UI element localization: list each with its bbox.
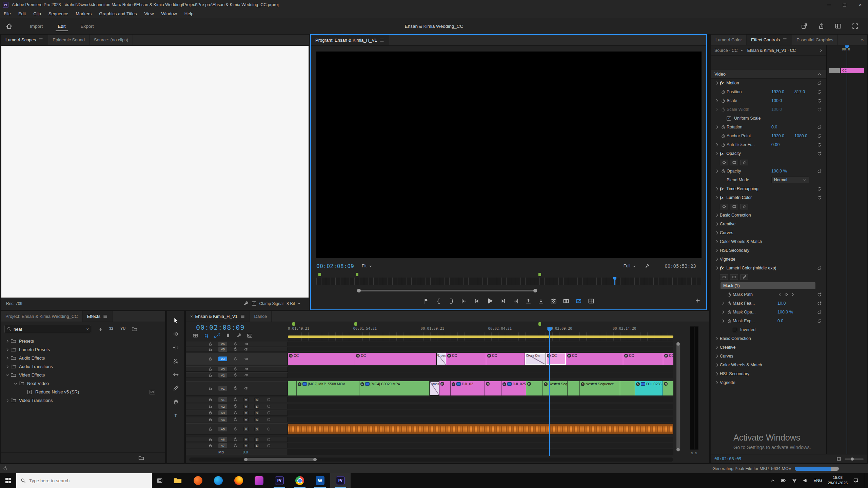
- param-value[interactable]: 1920.0: [771, 89, 794, 94]
- close-button[interactable]: ×: [852, 0, 868, 9]
- stopwatch-icon[interactable]: [720, 134, 727, 139]
- track-header-v4[interactable]: V4: [186, 353, 288, 365]
- reset-effect-icon[interactable]: [817, 266, 822, 271]
- mark-in-button[interactable]: [436, 298, 442, 304]
- uniform-scale-checkbox[interactable]: [727, 116, 731, 121]
- track-lock-icon[interactable]: [208, 367, 213, 371]
- mark-out-button[interactable]: [448, 298, 455, 304]
- track-lock-icon[interactable]: [208, 398, 213, 402]
- task-view-button[interactable]: [152, 473, 167, 488]
- track-target-v5[interactable]: V5: [218, 347, 227, 352]
- program-playhead[interactable]: [614, 278, 615, 285]
- toggle-track-output-icon[interactable]: [244, 347, 249, 351]
- tab-lumetri-scopes[interactable]: Lumetri Scopes: [1, 35, 48, 45]
- create-ellipse-mask-button[interactable]: [720, 274, 728, 280]
- param-value[interactable]: 817.0: [794, 89, 817, 94]
- sync-lock-icon[interactable]: [233, 347, 238, 351]
- sequence-tab-dance[interactable]: Dance: [250, 311, 272, 322]
- speaker-icon[interactable]: [803, 478, 808, 483]
- razor-tool[interactable]: [173, 358, 179, 364]
- minimize-button[interactable]: [821, 0, 837, 9]
- sync-lock-icon[interactable]: [233, 386, 238, 391]
- effect-row-position[interactable]: Position1920.0817.0: [711, 87, 827, 96]
- expand-icon[interactable]: [714, 107, 720, 112]
- sequence-tab-ehsan-kimia-h-v1[interactable]: ×Ehsan & Kimia_H_V1: [186, 311, 250, 322]
- toggle-track-output-icon[interactable]: [244, 373, 249, 378]
- taskbar-chrome[interactable]: [290, 473, 310, 488]
- track-lock-icon[interactable]: [208, 418, 213, 422]
- mute-button[interactable]: M: [243, 404, 249, 409]
- reset-param-icon[interactable]: [817, 142, 822, 147]
- panel-menu-icon[interactable]: [240, 314, 245, 319]
- zoom-handle-right[interactable]: [533, 289, 537, 292]
- reset-param-icon[interactable]: [817, 107, 822, 112]
- expand-icon[interactable]: [4, 347, 11, 352]
- stopwatch-icon[interactable]: [726, 319, 733, 324]
- clear-search-icon[interactable]: ×: [86, 327, 89, 332]
- track-target-v4[interactable]: V4: [218, 357, 227, 361]
- keyframe-zoom-slider[interactable]: [845, 459, 864, 460]
- track-lock-icon[interactable]: [208, 373, 213, 378]
- timeline-clip[interactable]: fx: [439, 381, 451, 395]
- notifications-icon[interactable]: [853, 478, 859, 483]
- expand-icon[interactable]: [4, 364, 11, 369]
- reset-effect-icon[interactable]: [817, 151, 822, 156]
- expand-icon[interactable]: [714, 336, 720, 341]
- expand-icon[interactable]: [13, 381, 19, 386]
- reset-effect-icon[interactable]: [817, 186, 822, 191]
- expand-icon[interactable]: [714, 195, 720, 200]
- mute-button[interactable]: M: [243, 398, 249, 402]
- effect-row-scale[interactable]: Scale100.0: [711, 96, 827, 105]
- captions-button[interactable]: [247, 333, 253, 339]
- track-lock-icon[interactable]: [208, 386, 213, 391]
- track-header-a2[interactable]: A2MS: [186, 404, 288, 409]
- timeline-clip[interactable]: fxCC: [623, 353, 663, 365]
- track-target-a2[interactable]: A2: [218, 404, 227, 409]
- effect-row-motion[interactable]: fxMotion: [711, 79, 827, 87]
- taskbar-search-input[interactable]: [29, 478, 148, 483]
- search-input[interactable]: [14, 327, 84, 332]
- expand-icon[interactable]: [4, 339, 11, 344]
- sync-lock-icon[interactable]: [233, 373, 238, 378]
- tab-source-no-clips[interactable]: Source: (no clips): [90, 35, 133, 45]
- create-rect-mask-button[interactable]: [730, 274, 738, 280]
- expand-icon[interactable]: [714, 239, 720, 244]
- pen-tool[interactable]: [173, 385, 179, 391]
- effect-row-time-remapping[interactable]: fxTime Remapping: [711, 184, 827, 193]
- menu-window[interactable]: Window: [158, 9, 181, 18]
- timeline-clip[interactable]: fxCC: [486, 353, 525, 365]
- expand-icon[interactable]: [714, 142, 720, 147]
- track-select-forward-tool[interactable]: [173, 331, 179, 337]
- param-value[interactable]: 1920.0: [771, 134, 794, 138]
- menu-clip[interactable]: Clip: [29, 9, 44, 18]
- menu-view[interactable]: View: [141, 9, 158, 18]
- sequence-marker-icon[interactable]: [356, 273, 358, 276]
- track-lock-icon[interactable]: [208, 404, 213, 409]
- stopwatch-icon[interactable]: [720, 142, 727, 147]
- share-icon[interactable]: [818, 23, 825, 29]
- toggle-track-output-icon[interactable]: [244, 357, 249, 361]
- track-knob[interactable]: [267, 398, 270, 401]
- expand-icon[interactable]: [714, 345, 720, 350]
- effect-row-mask-fea[interactable]: Mask Fea...10.0: [711, 299, 827, 308]
- timeline-clip[interactable]: fxCC: [355, 353, 436, 365]
- monitor-settings-icon[interactable]: [644, 263, 650, 269]
- meter-solo-label[interactable]: S: [695, 451, 697, 455]
- track-target-a7[interactable]: A7: [218, 443, 227, 448]
- sync-lock-icon[interactable]: [233, 398, 238, 402]
- track-knob[interactable]: [267, 444, 270, 447]
- snap-button[interactable]: [203, 333, 209, 339]
- create-pen-mask-button[interactable]: [740, 204, 748, 209]
- expand-icon[interactable]: [714, 98, 720, 103]
- tab-project-ehsan-kimia-wedding-cc[interactable]: Project: Ehsan & Kimia Wedding_CC: [1, 311, 83, 322]
- create-pen-mask-button[interactable]: [740, 274, 748, 280]
- expand-icon[interactable]: [714, 257, 720, 262]
- create-rect-mask-button[interactable]: [730, 160, 738, 165]
- clock[interactable]: 15:03 28-01-2025: [828, 475, 848, 486]
- next-keyframe-icon[interactable]: [790, 292, 795, 297]
- tab-lumetri-color[interactable]: Lumetri Color: [711, 35, 747, 45]
- timeline-vertical-scrollbar[interactable]: [676, 344, 680, 450]
- mute-button[interactable]: M: [243, 443, 249, 448]
- add-marker-button[interactable]: [225, 333, 231, 339]
- bin-audio-transitions[interactable]: Audio Transitions: [1, 362, 165, 371]
